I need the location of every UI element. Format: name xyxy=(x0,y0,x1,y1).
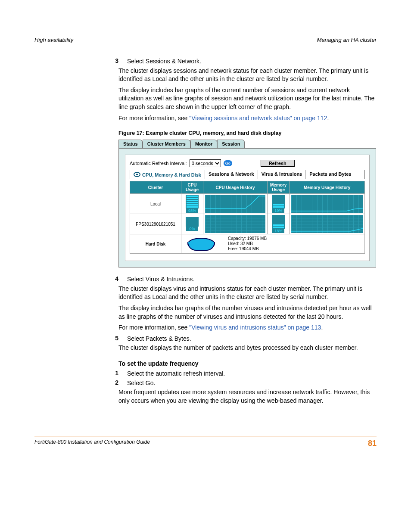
step-title: Select the automatic refresh interval. xyxy=(127,370,377,378)
cpu-bar-icon xyxy=(186,195,199,208)
col-cpu-usage: CPU Usage xyxy=(181,181,203,194)
disk-pie-icon xyxy=(187,238,215,250)
step-number: 3 xyxy=(34,57,127,66)
mem-percent: 18% xyxy=(272,229,284,233)
page-footer: FortiGate-800 Installation and Configura… xyxy=(34,436,377,448)
cpu-history-chart xyxy=(205,195,265,213)
hard-disk-row: Hard Disk Capacity: 19076 MB Used: 32 MB… xyxy=(130,234,365,254)
subtab-cpu-memory-hd[interactable]: CPU, Memory & Hard Disk xyxy=(130,170,205,179)
table-row: FPS3012801021051 0% 18% xyxy=(130,214,365,234)
cross-ref-link[interactable]: "Viewing virus and intrusions status" on… xyxy=(189,324,321,331)
page-header: High availability Managing an HA cluster xyxy=(34,37,377,45)
cpu-percent: 98% xyxy=(186,208,198,213)
header-right: Managing an HA cluster xyxy=(317,37,377,43)
cluster-name: FPS3012801021051 xyxy=(130,214,181,234)
step-paragraph: The cluster displays virus and intrusion… xyxy=(118,285,377,302)
col-mem-usage: Memory Usage xyxy=(268,181,290,194)
eye-icon xyxy=(134,172,140,177)
step-title: Select Sessions & Network. xyxy=(127,57,377,66)
cpu-percent: 0% xyxy=(186,227,198,231)
tab-status[interactable]: Status xyxy=(118,140,143,148)
mem-bar-icon xyxy=(272,195,285,208)
step-number: 2 xyxy=(34,379,127,388)
step-title: Select Go. xyxy=(127,379,377,388)
step-number: 1 xyxy=(34,370,127,378)
step-paragraph: The display includes bar graphs of the n… xyxy=(118,304,377,321)
table-row: Local 98% 19% xyxy=(130,194,365,214)
header-left: High availability xyxy=(34,37,73,43)
step-paragraph: The cluster displays the number of packe… xyxy=(118,344,377,352)
cross-ref-link[interactable]: "Viewing sessions and network status" on… xyxy=(189,115,327,121)
cluster-table: Cluster CPU Usage CPU Usage History Memo… xyxy=(130,181,365,254)
refresh-interval-label: Automatic Refresh Interval: xyxy=(130,161,187,166)
step-paragraph: The display includes bar graphs of the c… xyxy=(118,86,377,112)
hard-disk-label: Hard Disk xyxy=(130,234,181,254)
go-button[interactable]: Go xyxy=(224,160,232,166)
cluster-name: Local xyxy=(130,194,181,214)
mem-bar-icon xyxy=(272,215,285,229)
mem-history-chart xyxy=(291,195,363,213)
step-title: Select Packets & Bytes. xyxy=(127,335,377,343)
col-mem-history: Memory Usage History xyxy=(290,181,365,194)
tab-session[interactable]: Session xyxy=(217,140,245,148)
mem-history-chart xyxy=(291,215,363,233)
tab-cluster-members[interactable]: Cluster Members xyxy=(143,140,190,148)
figure-caption: Figure 17: Example cluster CPU, memory, … xyxy=(118,130,377,136)
step-number: 4 xyxy=(34,275,127,284)
step-number: 5 xyxy=(34,335,127,343)
step-paragraph: More frequent updates use more system re… xyxy=(118,388,377,405)
page-number: 81 xyxy=(368,439,377,448)
col-cpu-history: CPU Usage History xyxy=(203,181,268,194)
footer-title: FortiGate-800 Installation and Configura… xyxy=(34,439,150,448)
step-paragraph: The cluster displays sessions and networ… xyxy=(118,67,377,84)
mem-percent: 19% xyxy=(272,208,284,213)
step-more-info: For more information, see "Viewing sessi… xyxy=(118,114,377,123)
step-title: Select Virus & Intrusions. xyxy=(127,275,377,284)
subtab-sessions-network[interactable]: Sessions & Network xyxy=(205,170,258,179)
subtab-virus-intrusions[interactable]: Virus & Intrusions xyxy=(258,170,306,179)
subtab-packets-bytes[interactable]: Packets and Bytes xyxy=(306,170,364,179)
disk-info: Capacity: 19076 MB Used: 32 MB Free: 190… xyxy=(228,236,267,252)
cpu-bar-icon xyxy=(186,217,199,227)
col-cluster: Cluster xyxy=(130,181,181,194)
section-subhead: To set the update frequency xyxy=(118,360,377,367)
step-more-info: For more information, see "Viewing virus… xyxy=(118,324,377,332)
figure-screenshot: Status Cluster Members Monitor Session A… xyxy=(118,140,376,268)
tab-monitor[interactable]: Monitor xyxy=(190,140,217,148)
cpu-history-chart xyxy=(205,215,265,233)
refresh-button[interactable]: Refresh xyxy=(261,160,295,167)
refresh-interval-select[interactable]: 0 seconds xyxy=(190,159,221,167)
